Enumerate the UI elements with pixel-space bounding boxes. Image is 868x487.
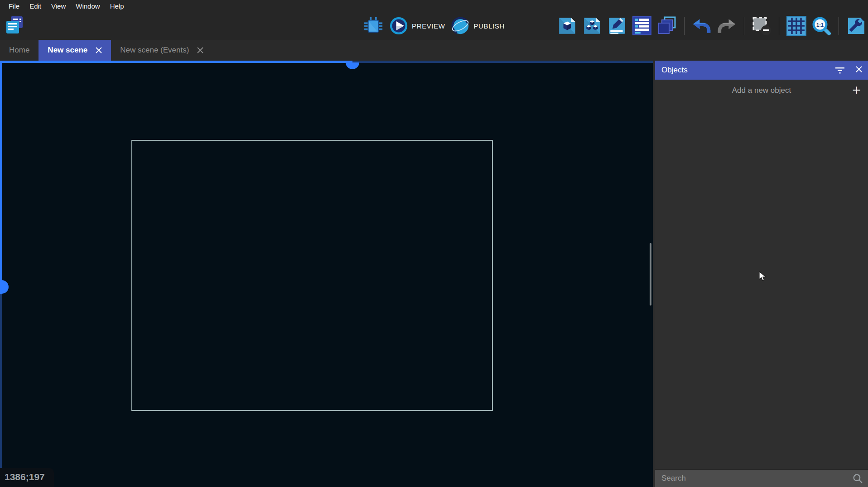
toolbar-separator [779, 17, 779, 35]
menu-edit[interactable]: Edit [24, 1, 46, 11]
project-manager-icon[interactable] [5, 15, 24, 35]
edit-properties-icon [608, 16, 627, 35]
menu-file[interactable]: File [4, 1, 24, 11]
layers-icon [657, 16, 677, 36]
objects-search-bar [655, 469, 868, 487]
deselect-all-button[interactable] [752, 16, 772, 36]
publish-button[interactable]: PUBLISH [452, 17, 505, 35]
tab-new-scene-events[interactable]: New scene (Events) [111, 40, 212, 61]
tab-label: Home [9, 46, 29, 55]
canvas-horizontal-scroll-handle[interactable] [346, 62, 359, 69]
objects-panel-title: Objects [661, 66, 834, 75]
toggle-grid-button[interactable] [786, 16, 806, 36]
toggle-grid-icon [786, 16, 806, 36]
publish-label: PUBLISH [474, 22, 505, 30]
objects-panel-header: Objects [655, 61, 868, 80]
debugger-button[interactable] [363, 16, 383, 36]
zoom-ratio-label: 1:1 [816, 22, 824, 28]
layers-button[interactable] [657, 16, 677, 36]
close-icon[interactable] [197, 47, 203, 53]
close-icon[interactable] [96, 47, 102, 53]
menu-bar: File Edit View Window Help [0, 0, 868, 12]
objects-panel: Objects Add a new object + [655, 61, 868, 487]
tab-label: New scene (Events) [120, 46, 189, 55]
preview-button[interactable]: PREVIEW [390, 17, 445, 35]
edit-objects-icon [558, 16, 577, 35]
add-new-object-button[interactable]: Add a new object + [655, 80, 868, 101]
edit-properties-button[interactable] [607, 16, 627, 36]
add-new-object-label: Add a new object [732, 86, 791, 95]
main-area: 1386;197 Objects Add [0, 61, 868, 487]
scene-editor-canvas[interactable]: 1386;197 [0, 61, 653, 487]
toolbar-separator [684, 17, 685, 35]
menu-help[interactable]: Help [105, 1, 129, 11]
cursor-coordinates: 1386;197 [0, 468, 54, 487]
objects-list-empty-area[interactable] [655, 101, 868, 469]
project-manager-icon [5, 15, 24, 36]
setup-wrench-icon [846, 16, 866, 36]
close-icon[interactable] [855, 66, 863, 75]
instances-list-icon [632, 16, 651, 35]
tab-new-scene[interactable]: New scene [39, 40, 111, 61]
menu-view[interactable]: View [46, 1, 71, 11]
scene-window-frame [131, 140, 493, 411]
preview-play-icon [390, 17, 408, 35]
instances-list-button[interactable] [632, 16, 652, 36]
menu-window[interactable]: Window [71, 1, 105, 11]
redo-icon [717, 17, 737, 35]
preview-label: PREVIEW [412, 22, 445, 30]
editor-tab-bar: Home New scene New scene (Events) [0, 40, 868, 61]
redo-button[interactable] [717, 16, 737, 36]
publish-globe-icon [452, 17, 470, 35]
canvas-left-ruler-overflow [0, 294, 2, 487]
edit-object-groups-button[interactable] [582, 16, 602, 36]
canvas-top-ruler [0, 61, 352, 63]
canvas-vertical-scroll-handle[interactable] [2, 280, 9, 294]
search-icon[interactable] [852, 473, 863, 486]
main-toolbar: PREVIEW PUBLISH [0, 12, 868, 40]
canvas-top-ruler-overflow [352, 61, 653, 63]
toolbar-separator [744, 17, 744, 35]
canvas-left-ruler [0, 61, 2, 294]
toolbar-separator [839, 17, 839, 35]
tab-label: New scene [48, 46, 87, 55]
undo-icon [692, 17, 712, 35]
zoom-1-1-button[interactable]: 1:1 [811, 16, 831, 36]
edit-objects-button[interactable] [557, 16, 577, 36]
mouse-cursor [757, 271, 767, 283]
setup-wrench-button[interactable] [846, 16, 866, 36]
plus-icon[interactable]: + [852, 81, 861, 99]
edit-object-groups-icon [583, 16, 602, 35]
filter-icon[interactable] [834, 64, 845, 76]
zoom-1-1-icon: 1:1 [811, 16, 831, 36]
search-input[interactable] [655, 474, 868, 483]
canvas-scrollbar-thumb[interactable] [650, 243, 651, 306]
undo-button[interactable] [692, 16, 712, 36]
deselect-all-icon [752, 16, 772, 36]
tab-home[interactable]: Home [0, 40, 39, 61]
debugger-bug-icon [364, 16, 383, 35]
